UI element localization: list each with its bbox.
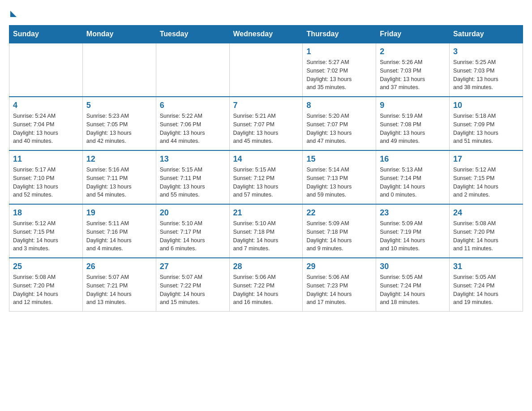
- weekday-header-monday: Monday: [82, 26, 156, 43]
- day-info: Sunrise: 5:23 AM Sunset: 7:05 PM Dayligh…: [86, 112, 152, 146]
- day-info: Sunrise: 5:13 AM Sunset: 7:14 PM Dayligh…: [380, 166, 446, 199]
- day-info: Sunrise: 5:15 AM Sunset: 7:11 PM Dayligh…: [160, 166, 226, 199]
- day-number: 26: [86, 262, 152, 271]
- day-info: Sunrise: 5:24 AM Sunset: 7:04 PM Dayligh…: [13, 112, 79, 146]
- day-info: Sunrise: 5:11 AM Sunset: 7:16 PM Dayligh…: [86, 219, 152, 253]
- page-header: [9, 9, 523, 16]
- day-info: Sunrise: 5:12 AM Sunset: 7:15 PM Dayligh…: [453, 166, 519, 199]
- calendar-cell: 21Sunrise: 5:10 AM Sunset: 7:18 PM Dayli…: [229, 204, 303, 258]
- day-number: 12: [86, 154, 152, 164]
- week-row-4: 18Sunrise: 5:12 AM Sunset: 7:15 PM Dayli…: [9, 204, 523, 258]
- calendar-cell: 9Sunrise: 5:19 AM Sunset: 7:08 PM Daylig…: [376, 97, 450, 150]
- day-info: Sunrise: 5:20 AM Sunset: 7:07 PM Dayligh…: [306, 112, 372, 146]
- day-number: 3: [453, 47, 519, 56]
- calendar-cell: 3Sunrise: 5:25 AM Sunset: 7:03 PM Daylig…: [450, 43, 523, 97]
- calendar-cell: 26Sunrise: 5:07 AM Sunset: 7:21 PM Dayli…: [82, 258, 156, 312]
- calendar-cell: 2Sunrise: 5:26 AM Sunset: 7:03 PM Daylig…: [376, 43, 450, 97]
- day-info: Sunrise: 5:14 AM Sunset: 7:13 PM Dayligh…: [306, 166, 372, 199]
- weekday-header-thursday: Thursday: [303, 26, 376, 43]
- calendar-cell: 15Sunrise: 5:14 AM Sunset: 7:13 PM Dayli…: [303, 150, 376, 204]
- logo: [9, 9, 17, 16]
- day-number: 30: [380, 262, 446, 271]
- day-info: Sunrise: 5:25 AM Sunset: 7:03 PM Dayligh…: [453, 58, 519, 92]
- weekday-header-sunday: Sunday: [9, 26, 83, 43]
- calendar-cell: 31Sunrise: 5:05 AM Sunset: 7:24 PM Dayli…: [450, 258, 523, 312]
- day-number: 9: [380, 101, 446, 110]
- calendar-cell: 13Sunrise: 5:15 AM Sunset: 7:11 PM Dayli…: [156, 150, 229, 204]
- day-info: Sunrise: 5:07 AM Sunset: 7:22 PM Dayligh…: [160, 273, 226, 307]
- day-info: Sunrise: 5:07 AM Sunset: 7:21 PM Dayligh…: [86, 273, 152, 307]
- day-number: 27: [160, 262, 226, 271]
- day-info: Sunrise: 5:21 AM Sunset: 7:07 PM Dayligh…: [233, 112, 299, 146]
- calendar-cell: 19Sunrise: 5:11 AM Sunset: 7:16 PM Dayli…: [82, 204, 156, 258]
- calendar-cell: 20Sunrise: 5:10 AM Sunset: 7:17 PM Dayli…: [156, 204, 229, 258]
- calendar-cell: 4Sunrise: 5:24 AM Sunset: 7:04 PM Daylig…: [9, 97, 83, 150]
- day-number: 28: [233, 262, 299, 271]
- day-info: Sunrise: 5:27 AM Sunset: 7:02 PM Dayligh…: [306, 58, 372, 92]
- calendar-cell: 29Sunrise: 5:06 AM Sunset: 7:23 PM Dayli…: [303, 258, 376, 312]
- calendar-header-row: SundayMondayTuesdayWednesdayThursdayFrid…: [9, 26, 523, 43]
- day-number: 10: [453, 101, 519, 110]
- day-number: 22: [306, 208, 372, 218]
- day-info: Sunrise: 5:05 AM Sunset: 7:24 PM Dayligh…: [453, 273, 519, 307]
- day-info: Sunrise: 5:10 AM Sunset: 7:18 PM Dayligh…: [233, 219, 299, 253]
- day-info: Sunrise: 5:08 AM Sunset: 7:20 PM Dayligh…: [13, 273, 79, 307]
- calendar-cell: 14Sunrise: 5:15 AM Sunset: 7:12 PM Dayli…: [229, 150, 303, 204]
- calendar-cell: 11Sunrise: 5:17 AM Sunset: 7:10 PM Dayli…: [9, 150, 83, 204]
- day-number: 11: [13, 154, 79, 164]
- day-info: Sunrise: 5:17 AM Sunset: 7:10 PM Dayligh…: [13, 166, 79, 199]
- day-info: Sunrise: 5:15 AM Sunset: 7:12 PM Dayligh…: [233, 166, 299, 199]
- week-row-5: 25Sunrise: 5:08 AM Sunset: 7:20 PM Dayli…: [9, 258, 523, 312]
- week-row-3: 11Sunrise: 5:17 AM Sunset: 7:10 PM Dayli…: [9, 150, 523, 204]
- calendar-cell: 25Sunrise: 5:08 AM Sunset: 7:20 PM Dayli…: [9, 258, 83, 312]
- day-number: 4: [13, 101, 79, 110]
- day-number: 8: [306, 101, 372, 110]
- calendar-cell: 7Sunrise: 5:21 AM Sunset: 7:07 PM Daylig…: [229, 97, 303, 150]
- day-info: Sunrise: 5:06 AM Sunset: 7:23 PM Dayligh…: [306, 273, 372, 307]
- weekday-header-wednesday: Wednesday: [229, 26, 303, 43]
- day-number: 2: [380, 47, 446, 56]
- day-number: 18: [13, 208, 79, 218]
- day-info: Sunrise: 5:06 AM Sunset: 7:22 PM Dayligh…: [233, 273, 299, 307]
- weekday-header-tuesday: Tuesday: [156, 26, 229, 43]
- calendar-cell: 5Sunrise: 5:23 AM Sunset: 7:05 PM Daylig…: [82, 97, 156, 150]
- day-number: 15: [306, 154, 372, 164]
- day-number: 31: [453, 262, 519, 271]
- day-number: 14: [233, 154, 299, 164]
- day-number: 21: [233, 208, 299, 218]
- calendar-cell: 24Sunrise: 5:08 AM Sunset: 7:20 PM Dayli…: [450, 204, 523, 258]
- calendar-cell: [9, 43, 83, 97]
- weekday-header-friday: Friday: [376, 26, 450, 43]
- day-info: Sunrise: 5:12 AM Sunset: 7:15 PM Dayligh…: [13, 219, 79, 253]
- day-info: Sunrise: 5:08 AM Sunset: 7:20 PM Dayligh…: [453, 219, 519, 253]
- calendar-cell: 22Sunrise: 5:09 AM Sunset: 7:18 PM Dayli…: [303, 204, 376, 258]
- calendar-cell: 1Sunrise: 5:27 AM Sunset: 7:02 PM Daylig…: [303, 43, 376, 97]
- calendar-cell: 23Sunrise: 5:09 AM Sunset: 7:19 PM Dayli…: [376, 204, 450, 258]
- week-row-2: 4Sunrise: 5:24 AM Sunset: 7:04 PM Daylig…: [9, 97, 523, 150]
- calendar-cell: 30Sunrise: 5:05 AM Sunset: 7:24 PM Dayli…: [376, 258, 450, 312]
- calendar-cell: 27Sunrise: 5:07 AM Sunset: 7:22 PM Dayli…: [156, 258, 229, 312]
- calendar-cell: [82, 43, 156, 97]
- day-number: 5: [86, 101, 152, 110]
- weekday-header-saturday: Saturday: [450, 26, 523, 43]
- day-info: Sunrise: 5:09 AM Sunset: 7:19 PM Dayligh…: [380, 219, 446, 253]
- day-number: 6: [160, 101, 226, 110]
- calendar-cell: 6Sunrise: 5:22 AM Sunset: 7:06 PM Daylig…: [156, 97, 229, 150]
- day-info: Sunrise: 5:10 AM Sunset: 7:17 PM Dayligh…: [160, 219, 226, 253]
- logo-arrow-icon: [10, 11, 17, 17]
- calendar-cell: 10Sunrise: 5:18 AM Sunset: 7:09 PM Dayli…: [450, 97, 523, 150]
- calendar-cell: [156, 43, 229, 97]
- day-number: 13: [160, 154, 226, 164]
- day-info: Sunrise: 5:18 AM Sunset: 7:09 PM Dayligh…: [453, 112, 519, 146]
- calendar-cell: [229, 43, 303, 97]
- calendar-cell: 8Sunrise: 5:20 AM Sunset: 7:07 PM Daylig…: [303, 97, 376, 150]
- day-info: Sunrise: 5:26 AM Sunset: 7:03 PM Dayligh…: [380, 58, 446, 92]
- calendar-cell: 18Sunrise: 5:12 AM Sunset: 7:15 PM Dayli…: [9, 204, 83, 258]
- day-number: 1: [306, 47, 372, 56]
- calendar-cell: 12Sunrise: 5:16 AM Sunset: 7:11 PM Dayli…: [82, 150, 156, 204]
- day-number: 25: [13, 262, 79, 271]
- day-number: 23: [380, 208, 446, 218]
- day-number: 24: [453, 208, 519, 218]
- day-info: Sunrise: 5:19 AM Sunset: 7:08 PM Dayligh…: [380, 112, 446, 146]
- week-row-1: 1Sunrise: 5:27 AM Sunset: 7:02 PM Daylig…: [9, 43, 523, 97]
